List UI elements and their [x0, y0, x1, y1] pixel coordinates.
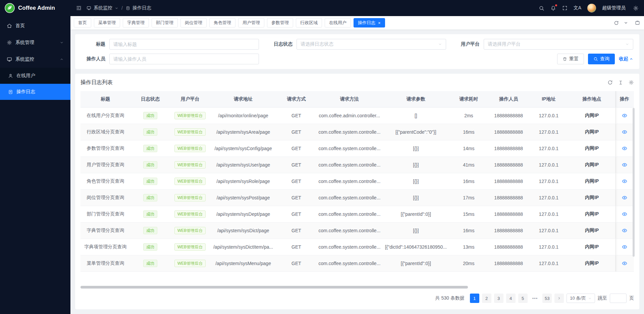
tabbar-actions	[614, 20, 641, 25]
page-button[interactable]: 4	[506, 294, 516, 303]
cell-request-function: com.coffee.system.controlle...	[316, 239, 383, 255]
operator-input-wrap	[109, 54, 259, 64]
sidebar-item-system-monitor[interactable]: 系统监控	[0, 51, 70, 68]
page-button[interactable]: 53	[542, 294, 552, 303]
avatar[interactable]	[587, 4, 596, 12]
vertical-scrollbar-thumb[interactable]	[633, 108, 635, 257]
vertical-scrollbar[interactable]	[633, 108, 635, 270]
column-header: 标题	[80, 91, 130, 107]
page-button[interactable]: 1	[470, 294, 479, 303]
view-detail-icon[interactable]	[622, 113, 627, 118]
tab-item[interactable]: 用户管理	[238, 18, 264, 27]
page-button[interactable]: 5	[518, 294, 528, 303]
breadcrumb-current: 操作日志	[132, 5, 151, 11]
view-detail-icon[interactable]	[622, 146, 627, 151]
table-row: 在线用户分页查询成功WEB管理后台/api/monitor/online/pag…	[80, 107, 634, 124]
page-size-select[interactable]: 10 条/页	[567, 294, 595, 303]
tab-item[interactable]: 行政区域	[296, 18, 322, 27]
jump-page-input[interactable]	[610, 294, 627, 303]
tab-options-chevron-icon[interactable]	[624, 20, 628, 25]
tab-item[interactable]: 菜单管理	[94, 18, 120, 27]
sidebar-item-home[interactable]: 首页	[0, 17, 70, 34]
view-detail-icon[interactable]	[622, 162, 627, 168]
horizontal-scrollbar-thumb[interactable]	[80, 286, 468, 289]
collapse-filter-link[interactable]: 收起	[619, 56, 633, 62]
operator-input[interactable]	[113, 56, 255, 62]
row-density-icon[interactable]	[618, 80, 623, 85]
settings-gear-icon[interactable]	[633, 5, 639, 11]
tab-item[interactable]: 角色管理	[209, 18, 235, 27]
page-button[interactable]: 3	[494, 294, 503, 303]
cell-ip: 127.0.0.1	[529, 156, 569, 173]
cell-request-method: GET	[276, 156, 316, 173]
tab-item[interactable]: 参数管理	[267, 18, 293, 27]
status-tag: 成功	[143, 194, 157, 201]
tab-item[interactable]: 部门管理	[152, 18, 178, 27]
cell-request-method: GET	[276, 239, 316, 255]
title-input[interactable]	[113, 42, 255, 47]
cell-location: 内网IP	[569, 140, 615, 156]
cell-duration: 41ms	[449, 156, 488, 173]
tab-item[interactable]: 首页	[74, 18, 91, 27]
sidebar-item-operation-log[interactable]: 操作日志	[0, 84, 70, 100]
chevron-up-icon	[60, 57, 64, 61]
table-header-row: 标题日志状态用户平台请求地址请求方式请求方法请求参数请求耗时操作人员IP地址操作…	[80, 91, 634, 107]
translate-icon[interactable]: 文A	[574, 5, 581, 11]
chevron-down-icon[interactable]	[115, 6, 118, 10]
tab-item[interactable]: 字典管理	[123, 18, 149, 27]
horizontal-scrollbar[interactable]	[80, 286, 634, 289]
table-row: 字典项管理分页查询成功WEB管理后台/api/system/sysDictIte…	[80, 239, 634, 255]
refresh-tab-icon[interactable]	[614, 20, 619, 25]
view-detail-icon[interactable]	[622, 179, 627, 184]
platform-tag: WEB管理后台	[174, 112, 206, 119]
cell-location: 内网IP	[569, 124, 615, 140]
cell-status: 成功	[130, 173, 170, 189]
tab-item[interactable]: 岗位管理	[180, 18, 207, 27]
sidebar-item-online-users[interactable]: 在线用户	[0, 68, 70, 84]
view-detail-icon[interactable]	[622, 244, 627, 250]
view-detail-icon[interactable]	[622, 195, 627, 200]
sidebar-item-system-management[interactable]: 系统管理	[0, 34, 70, 51]
cell-request-function: com.coffee.system.controlle...	[316, 222, 383, 239]
chevron-down-icon	[588, 297, 592, 300]
platform-tag: WEB管理后台	[174, 210, 206, 218]
cell-title: 岗位管理分页查询	[80, 189, 130, 206]
tab-close-icon[interactable]: ×	[378, 21, 381, 25]
refresh-table-icon[interactable]	[607, 80, 613, 85]
reset-button[interactable]: 重置	[557, 54, 584, 64]
query-button[interactable]: 查询	[588, 54, 615, 64]
user-platform-select[interactable]: 请选择用户平台	[484, 39, 633, 50]
view-detail-icon[interactable]	[622, 211, 627, 217]
search-icon[interactable]	[539, 5, 544, 11]
column-settings-gear-icon[interactable]	[629, 80, 634, 85]
sidebar-item-label: 首页	[15, 23, 25, 29]
cell-request-url: /api/system/sysPost/page	[210, 189, 276, 206]
page-button[interactable]: 2	[482, 294, 491, 303]
tab-item[interactable]: 在线用户	[325, 18, 351, 27]
current-user-name[interactable]: 超级管理员	[602, 5, 626, 11]
fullscreen-icon[interactable]	[562, 5, 568, 11]
user-platform-label: 用户平台	[455, 41, 484, 47]
view-detail-icon[interactable]	[622, 228, 627, 233]
app-logo[interactable]: Coffee Admin	[0, 0, 70, 16]
cell-request-function: com.coffee.system.controlle...	[316, 124, 383, 140]
tab-item[interactable]: 操作日志×	[354, 18, 385, 27]
cell-request-url: /api/system/sysConfig/page	[210, 140, 276, 156]
cell-operator: 18888888888	[488, 107, 529, 124]
menu-fold-icon[interactable]	[76, 5, 82, 11]
breadcrumb-parent[interactable]: 系统监控	[94, 5, 112, 11]
next-page-button[interactable]	[554, 294, 564, 303]
notification-bell-icon[interactable]	[550, 5, 556, 11]
platform-tag: WEB管理后台	[174, 227, 206, 234]
column-header: 请求参数	[383, 91, 449, 107]
view-detail-icon[interactable]	[622, 129, 627, 135]
user-platform-placeholder: 请选择用户平台	[488, 41, 623, 47]
pagination-total: 共 530 条数据	[435, 295, 465, 301]
table-row: 岗位管理分页查询成功WEB管理后台/api/system/sysPost/pag…	[80, 189, 634, 206]
log-icon	[8, 89, 13, 95]
cell-platform: WEB管理后台	[170, 173, 210, 189]
view-detail-icon[interactable]	[622, 261, 627, 266]
content-fullscreen-icon[interactable]	[635, 20, 640, 25]
log-status-select[interactable]: 请选择日志状态	[297, 39, 446, 50]
main-area: 系统监控 / 操作日志 文A 超级管理员	[70, 0, 644, 314]
